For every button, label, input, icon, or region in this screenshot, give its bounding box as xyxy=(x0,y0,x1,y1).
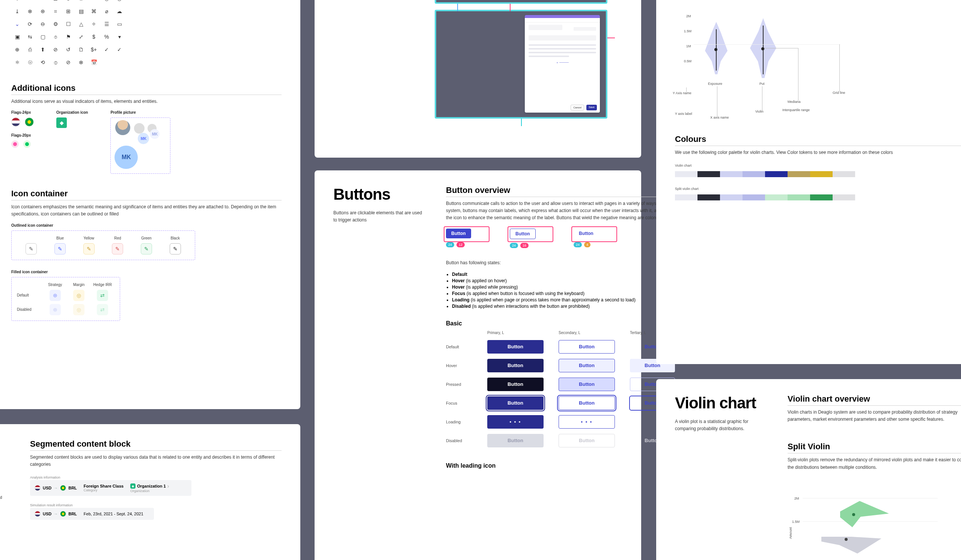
button-overview-body: Buttons communicate calls to action to t… xyxy=(446,200,675,222)
swatch xyxy=(765,194,787,201)
icons-card: ⬇·✎⊞⊕⌂≡◎◔ ⤓⊗⊛⌗⊞▤⌘⌀☁ ⌄⟳⊖⚙☐△✧☰▭ ▣⇆▢⌽⚑⤢$%▾ … xyxy=(0,0,301,409)
avatar-initials-icon: MK xyxy=(150,129,159,139)
secondary-button[interactable]: Button xyxy=(559,396,615,410)
org-sub: Organization xyxy=(130,489,169,493)
currency-from: USD xyxy=(43,486,51,490)
icon-generic: ☰ xyxy=(101,18,112,30)
y-tick: 2M xyxy=(794,497,799,500)
y-tick: 1M xyxy=(686,44,691,48)
primary-button[interactable]: Button xyxy=(487,396,543,410)
icon-generic: ◎ xyxy=(101,0,112,5)
category-name: Foreign Share Class xyxy=(84,484,124,488)
additional-icons-desc: Additional icons serve as visual indicat… xyxy=(11,98,281,105)
col-label: Yellow xyxy=(74,236,103,240)
primary-button[interactable]: Button xyxy=(487,377,543,391)
button-spec-row: Button2412 Button2416 Button244 xyxy=(446,229,675,248)
modal-pane: ＋ ───── Cancel Save xyxy=(525,15,600,112)
icon-generic: ✧ xyxy=(88,18,100,30)
pencil-icon: ✎ xyxy=(170,243,181,255)
primary-button-loading[interactable] xyxy=(487,415,543,428)
row-label: Hover xyxy=(446,363,480,368)
icon-generic: ✎ xyxy=(37,0,49,5)
buttons-title: Buttons xyxy=(333,185,423,204)
row-label: Disabled xyxy=(17,307,43,311)
swatch xyxy=(742,194,765,201)
icon-generic: ▣ xyxy=(11,31,23,43)
swatch xyxy=(742,171,765,177)
primary-button[interactable]: Button xyxy=(487,359,543,372)
y-tick: 0.5M xyxy=(684,59,691,63)
pencil-icon: ✎ xyxy=(26,243,37,255)
icon-generic: ⚛ xyxy=(11,56,23,68)
col-label: Strategy xyxy=(43,282,67,287)
anno-yaxislabel: Y axis label xyxy=(675,112,692,116)
simulation-info-block[interactable]: USD→BRL Feb, 23rd, 2021 - Sept. 24, 2021 xyxy=(30,508,154,520)
violin-overview-heading: Violin chart overview xyxy=(787,394,961,406)
swatch xyxy=(832,194,855,201)
flag-us-icon xyxy=(35,511,40,517)
buttons-subdesc: Buttons are clickable elements that are … xyxy=(333,209,423,224)
secondary-button-demo[interactable]: Button xyxy=(510,229,536,239)
icon-generic: ⬇ xyxy=(11,0,23,5)
state-name: Default xyxy=(452,272,468,277)
state-note: (is applied when interactions with the b… xyxy=(472,304,590,309)
state-name: Disabled xyxy=(452,304,471,309)
colours-heading: Colours xyxy=(675,134,961,146)
icon-generic xyxy=(101,56,112,68)
margin-icon: ◎ xyxy=(73,290,84,301)
icon-generic: ⊕ xyxy=(62,0,74,5)
secondary-button[interactable]: Button xyxy=(559,377,615,391)
icon-generic: $ xyxy=(88,31,100,43)
icon-container-heading: Icon container xyxy=(11,189,281,201)
org-icon-label: Organization icon xyxy=(56,110,88,114)
flag-us-icon xyxy=(35,485,40,491)
currency-to: BRL xyxy=(68,512,77,516)
hedge-irr-icon: ⇄ xyxy=(97,304,108,315)
icon-generic: ▾ xyxy=(113,31,125,43)
simulation-info-label: Simulation result information xyxy=(30,503,73,507)
modal-cancel-button[interactable]: Cancel xyxy=(570,105,584,110)
tertiary-button-demo[interactable]: Button xyxy=(574,229,599,238)
strategy-icon: ⊛ xyxy=(50,304,61,315)
modal-preview-canvas: ＋ ───── Cancel Save xyxy=(435,10,607,119)
violin-chart-row-label: Violin chart xyxy=(675,164,691,167)
icon-generic: ⎙ xyxy=(24,43,36,56)
secondary-button[interactable]: Button xyxy=(559,359,615,372)
icon-generic: ⇆ xyxy=(24,31,36,43)
analysis-info-block[interactable]: USD→BRL Foreign Share ClassCategory ◆Org… xyxy=(30,480,191,496)
spec-tag: 16 xyxy=(520,243,529,248)
col-label: Secondary, L xyxy=(559,331,622,335)
primary-button-demo[interactable]: Button xyxy=(446,229,471,238)
swatch xyxy=(832,171,855,177)
split-chart-row-label: Split violin chart xyxy=(675,187,699,191)
icon-generic: ⊗ xyxy=(75,56,87,68)
segmented-desc: Segmented content blocks are used to dis… xyxy=(30,454,281,468)
icon-generic: 🗋 xyxy=(75,43,87,56)
profile-picture-variants: MK MK MK xyxy=(110,117,170,174)
modal-add-link[interactable]: ＋ ───── xyxy=(525,61,600,64)
analysis-info-label: Analysis information xyxy=(30,475,60,479)
median-dot-icon xyxy=(845,538,848,541)
colours-desc: We use the following color palette for v… xyxy=(675,149,961,156)
icon-generic: ☁ xyxy=(113,5,125,17)
secondary-button-loading[interactable] xyxy=(559,415,615,428)
modal-save-button[interactable]: Save xyxy=(587,105,597,110)
secondary-button[interactable]: Button xyxy=(559,340,615,353)
icon-generic: ⌀ xyxy=(101,5,112,17)
swatch xyxy=(810,194,832,201)
col-label: Green xyxy=(132,236,161,240)
row-label: Pressed xyxy=(446,382,480,387)
row-label: Default xyxy=(446,345,480,349)
primary-button[interactable]: Button xyxy=(487,340,543,353)
violin-sub: A violin plot is a statistical graphic f… xyxy=(675,418,765,432)
y-tick: 1.5M xyxy=(684,29,691,33)
swatch xyxy=(787,171,810,177)
icon-chevron-down: ⌄ xyxy=(11,18,23,30)
spec-tag: 24 xyxy=(510,243,518,248)
additional-icons-heading: Additional icons xyxy=(11,83,281,95)
chevron-right-icon[interactable]: › xyxy=(167,483,169,489)
icon-generic: ⚙ xyxy=(50,18,61,30)
split-violin-half xyxy=(840,501,889,527)
violin-swatches xyxy=(675,171,855,177)
functional-icon-grid: ⬇·✎⊞⊕⌂≡◎◔ ⤓⊗⊛⌗⊞▤⌘⌀☁ ⌄⟳⊖⚙☐△✧☰▭ ▣⇆▢⌽⚑⤢$%▾ … xyxy=(11,0,281,68)
